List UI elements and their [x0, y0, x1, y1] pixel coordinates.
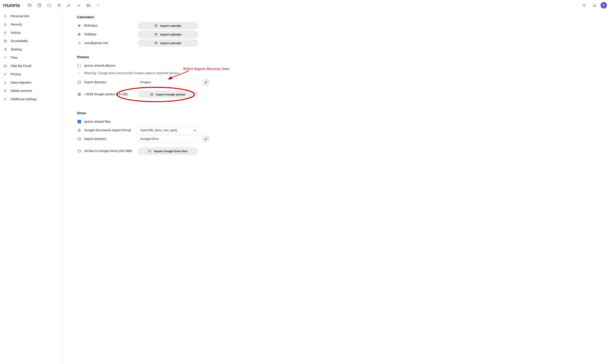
sidebar-item-label: Data migration	[11, 81, 31, 84]
mail-icon[interactable]	[25, 1, 34, 10]
contacts-icon[interactable]	[54, 1, 64, 10]
folder-icon	[77, 149, 81, 153]
calendar-label: user@gmail.com	[84, 41, 135, 45]
calendar-label: Holidays	[84, 32, 135, 36]
sidebar-item-label: Personal info	[11, 14, 29, 18]
sidebar-item-activity[interactable]: Activity	[0, 29, 62, 37]
edit-photos-dir-button[interactable]	[202, 78, 210, 86]
photos-app-icon[interactable]	[84, 1, 93, 10]
calendar-small-icon	[155, 24, 158, 27]
sidebar-item-label: Activity	[11, 31, 21, 35]
drive-doc-format-row: Google documents import format OpenXML (…	[77, 126, 272, 134]
photos-import-dir-row: Import directory	[77, 78, 272, 86]
svg-rect-24	[80, 93, 80, 94]
svg-point-9	[583, 4, 585, 6]
flow-icon	[3, 56, 7, 59]
calendar-icon[interactable]	[35, 1, 44, 10]
doc-format-label: Google documents import format	[84, 129, 135, 132]
button-label: Import calendar	[160, 24, 182, 27]
ignore-shared-files-checkbox[interactable]	[78, 120, 81, 123]
import-calendar-button[interactable]: Import calendar	[138, 22, 198, 29]
edit-drive-dir-button[interactable]	[202, 135, 210, 143]
bolt-icon	[3, 31, 7, 35]
trash-icon	[3, 89, 7, 93]
import-calendar-button[interactable]: Import calendar	[138, 39, 198, 47]
drive-import-dir-input[interactable]	[138, 135, 200, 143]
ignore-shared-albums-checkbox[interactable]	[78, 64, 81, 67]
import-calendar-button[interactable]: Import calendar	[138, 31, 198, 38]
accessibility-icon	[3, 39, 7, 43]
sidebar-item-additional-settings[interactable]: Additional settings	[0, 95, 62, 103]
email-icon	[3, 64, 7, 68]
calendar-row-birthdays: Birthdays Import calendar	[77, 22, 272, 30]
svg-rect-22	[155, 42, 157, 44]
button-label: Import Google Drive files	[154, 150, 187, 153]
notifications-icon[interactable]	[590, 1, 599, 10]
calendar-row-gmail: user@gmail.com Import calendar	[77, 39, 272, 47]
sidebar-item-security[interactable]: Security	[0, 20, 62, 29]
notes-icon[interactable]	[64, 1, 73, 10]
import-dir-label: Import directory	[84, 137, 135, 141]
calendars-title: Calendars	[77, 15, 272, 19]
drive-import-dir-row: Import directory	[77, 135, 272, 143]
sidebar-item-label: Flow	[11, 56, 17, 60]
image-icon	[150, 93, 153, 96]
brand-logo: murena	[3, 2, 20, 8]
calendar-small-icon	[155, 41, 158, 44]
tasks-icon[interactable]	[74, 1, 83, 10]
sidebar-item-privacy[interactable]: Privacy	[0, 70, 62, 78]
lock-icon	[3, 23, 7, 26]
download-icon	[3, 81, 7, 84]
files-icon[interactable]	[45, 1, 54, 10]
sidebar-item-personal-info[interactable]: Personal info	[0, 12, 62, 20]
photos-import-dir-input[interactable]	[138, 78, 200, 86]
sidebar-item-label: Security	[11, 23, 22, 26]
button-label: Import calendar	[160, 33, 182, 36]
svg-rect-27	[151, 93, 153, 95]
import-google-photos-button[interactable]: Import Google photos	[138, 91, 198, 98]
svg-rect-1	[38, 4, 41, 7]
folder-small-icon	[148, 150, 151, 153]
sidebar-item-label: Hide My Email	[11, 64, 31, 68]
key-icon	[3, 73, 7, 76]
warning-text: Warning: Google does not provide locatio…	[84, 71, 180, 75]
button-label: Import Google photos	[156, 93, 186, 96]
svg-point-13	[5, 40, 5, 41]
avatar[interactable]: B	[601, 2, 607, 9]
main-content: Calendars Birthdays Import calendar Holi…	[62, 11, 279, 364]
search-icon[interactable]	[579, 1, 588, 10]
calendar-color-dot	[78, 33, 80, 36]
sidebar-item-hide-my-email[interactable]: Hide My Email	[0, 62, 62, 70]
svg-point-18	[4, 74, 5, 75]
drive-files-row: 24 files in Google Drive (242 MiB) Impor…	[77, 147, 272, 155]
sidebar-item-flow[interactable]: Flow	[0, 53, 62, 62]
svg-point-19	[5, 99, 6, 100]
button-label: Import calendar	[160, 41, 182, 45]
gear-icon	[3, 98, 7, 101]
svg-point-2	[58, 4, 59, 5]
svg-rect-11	[4, 24, 6, 26]
import-google-drive-button[interactable]: Import Google Drive files	[138, 147, 198, 155]
svg-point-6	[97, 5, 98, 5]
doc-format-select[interactable]: OpenXML (docx, xlsx, pptx) ▾	[138, 127, 198, 134]
sidebar-item-label: Delete account	[11, 89, 32, 93]
svg-rect-20	[155, 25, 157, 27]
sidebar-item-label: Additional settings	[11, 97, 37, 101]
photos-ignore-row: Ignore shared albums	[77, 62, 272, 70]
chevron-down-icon: ▾	[194, 129, 196, 132]
document-icon	[77, 129, 81, 132]
sidebar-item-delete-account[interactable]: Delete account	[0, 87, 62, 95]
sidebar-item-accessibility[interactable]: Accessibility	[0, 37, 62, 45]
info-icon: i	[77, 71, 81, 75]
sidebar-item-label: Sharing	[11, 48, 22, 51]
calendar-color-dot	[78, 42, 80, 44]
more-apps-icon[interactable]	[94, 1, 103, 10]
folder-icon	[77, 137, 81, 141]
drive-title: Drive	[77, 111, 272, 115]
sidebar-item-sharing[interactable]: Sharing	[0, 45, 62, 53]
sidebar-item-data-migration[interactable]: Data migration	[0, 78, 62, 87]
select-value: OpenXML (docx, xlsx, pptx)	[140, 129, 177, 132]
sidebar-item-label: Accessibility	[11, 39, 28, 43]
svg-point-10	[5, 15, 6, 16]
svg-rect-26	[80, 94, 80, 96]
